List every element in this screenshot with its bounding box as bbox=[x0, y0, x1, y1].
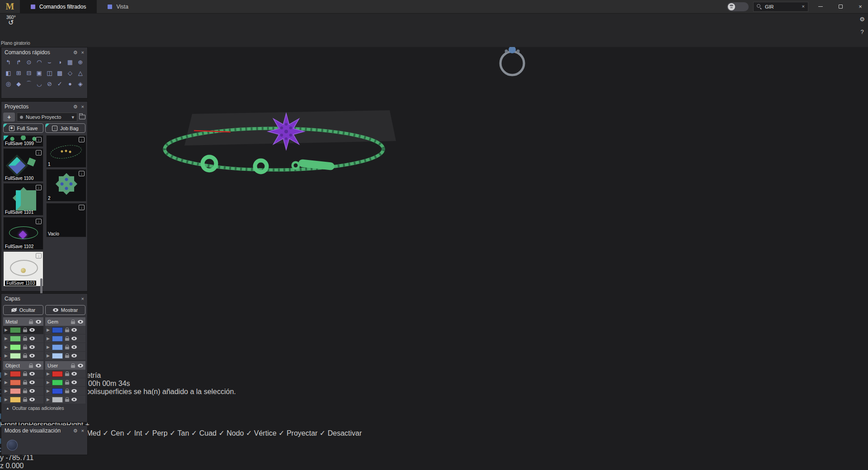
layer-color-swatch[interactable] bbox=[10, 380, 21, 385]
tool-icon[interactable]: ▣ bbox=[34, 69, 44, 77]
eye-icon[interactable] bbox=[78, 320, 83, 324]
layer-group-header[interactable]: Gem bbox=[45, 317, 85, 326]
lock-icon[interactable] bbox=[71, 321, 75, 324]
tool-icon[interactable]: ◠ bbox=[34, 58, 44, 66]
close-icon[interactable]: × bbox=[81, 296, 84, 301]
add-project-button[interactable]: + bbox=[3, 113, 15, 122]
tool-icon[interactable]: ● bbox=[65, 80, 75, 88]
tool-icon[interactable]: ▩ bbox=[55, 69, 65, 77]
project-thumbnail[interactable]: ↓ Vacío bbox=[46, 203, 86, 237]
lock-icon[interactable] bbox=[65, 355, 69, 358]
expand-icon[interactable]: ▶ bbox=[47, 397, 50, 402]
checkbox[interactable]: ✓ bbox=[170, 429, 175, 437]
layer-row[interactable]: ▶ bbox=[45, 395, 85, 404]
turntable-button[interactable]: 360° ↺ bbox=[6, 15, 16, 25]
tool-icon[interactable]: ⊘ bbox=[44, 80, 55, 88]
lock-icon[interactable] bbox=[65, 373, 69, 376]
gear-icon[interactable]: ⚙ bbox=[73, 104, 78, 109]
save-icon[interactable]: ↓ bbox=[36, 150, 42, 155]
osnap-toggle[interactable]: ✓ Tan bbox=[170, 429, 191, 437]
save-icon[interactable]: ↓ bbox=[79, 205, 85, 210]
save-icon[interactable]: ↓ bbox=[36, 253, 42, 258]
close-icon[interactable]: × bbox=[81, 428, 84, 433]
project-thumbnail[interactable]: ↓ FullSave 1101 bbox=[3, 183, 43, 216]
project-thumbnail[interactable]: ↓ FullSave 1100 bbox=[3, 148, 43, 182]
expand-icon[interactable]: ▶ bbox=[5, 336, 8, 341]
lock-icon[interactable] bbox=[71, 365, 75, 368]
layer-row[interactable]: ▶ bbox=[3, 370, 43, 378]
lock-icon[interactable] bbox=[29, 365, 33, 368]
layer-row[interactable]: ▶ bbox=[45, 334, 85, 343]
tool-icon[interactable]: ⊞ bbox=[14, 69, 24, 77]
lock-icon[interactable] bbox=[23, 373, 27, 376]
checkbox[interactable]: ✓ bbox=[126, 429, 132, 437]
close-icon[interactable]: × bbox=[81, 104, 84, 109]
eye-icon[interactable] bbox=[29, 372, 35, 376]
tool-icon[interactable]: ◧ bbox=[3, 69, 14, 77]
status-field[interactable]: y -785.711 bbox=[0, 454, 868, 462]
tool-icon[interactable]: ⊟ bbox=[24, 69, 34, 77]
project-select[interactable]: Nuevo Proyecto ▾ bbox=[17, 113, 77, 122]
osnap-toggle[interactable]: ✓ Perp bbox=[144, 429, 170, 437]
job-bag-button[interactable]: ↓ Job Bag bbox=[45, 123, 85, 133]
eye-icon[interactable] bbox=[78, 364, 83, 367]
close-icon[interactable]: × bbox=[81, 50, 84, 55]
checkbox[interactable]: ✓ bbox=[103, 429, 108, 437]
expand-icon[interactable]: ▶ bbox=[5, 389, 8, 393]
layer-color-swatch[interactable] bbox=[52, 353, 63, 359]
lock-icon[interactable] bbox=[65, 390, 69, 393]
layer-color-swatch[interactable] bbox=[10, 397, 21, 403]
lock-icon[interactable] bbox=[65, 382, 69, 385]
lock-icon[interactable] bbox=[65, 347, 69, 349]
gear-icon[interactable]: ⚙ bbox=[73, 428, 78, 433]
checkbox[interactable]: ✓ bbox=[144, 429, 150, 437]
eye-icon[interactable] bbox=[71, 354, 77, 357]
layer-row[interactable]: ▶ bbox=[3, 387, 43, 395]
layer-color-swatch[interactable] bbox=[10, 353, 21, 359]
tool-icon[interactable]: ⊙ bbox=[24, 58, 34, 66]
hide-extra-layers-button[interactable]: ▲ Ocultar capas adicionales bbox=[1, 404, 87, 413]
osnap-toggle[interactable]: ✓ Cen bbox=[103, 429, 126, 437]
expand-icon[interactable]: ▶ bbox=[47, 328, 50, 332]
expand-icon[interactable]: ▶ bbox=[5, 380, 8, 385]
tool-icon[interactable]: ◎ bbox=[3, 80, 14, 88]
eye-icon[interactable] bbox=[71, 337, 77, 340]
eye-icon[interactable] bbox=[36, 320, 41, 324]
viewport-title[interactable]: Perspective ▾ bbox=[0, 412, 868, 421]
layer-color-swatch[interactable] bbox=[52, 388, 63, 394]
tool-icon[interactable]: ▦ bbox=[65, 58, 75, 66]
expand-icon[interactable]: ▶ bbox=[5, 345, 8, 349]
status-field[interactable]: z 0.000 bbox=[0, 462, 868, 470]
lock-icon[interactable] bbox=[65, 329, 69, 332]
save-icon[interactable]: ↓ bbox=[79, 137, 85, 142]
osnap-toggle[interactable]: ✓ Cuad bbox=[191, 429, 219, 437]
checkbox[interactable]: ✓ bbox=[191, 429, 197, 437]
gear-icon[interactable]: ⚙ bbox=[73, 50, 78, 55]
project-thumbnail[interactable]: ↓ 1 bbox=[46, 135, 86, 168]
layer-color-swatch[interactable] bbox=[52, 397, 63, 403]
ring-widget[interactable] bbox=[500, 46, 524, 75]
display-mode-button[interactable] bbox=[42, 437, 58, 453]
layer-color-swatch[interactable] bbox=[52, 380, 63, 385]
layer-group-header[interactable]: User bbox=[45, 361, 85, 370]
save-icon[interactable]: ↓ bbox=[36, 219, 42, 224]
lock-icon[interactable] bbox=[65, 338, 69, 341]
osnap-toggle[interactable]: ✓ Nodo bbox=[218, 429, 246, 437]
lock-icon[interactable] bbox=[23, 329, 27, 332]
eye-icon[interactable] bbox=[29, 345, 35, 349]
tool-icon[interactable]: ✓ bbox=[55, 80, 65, 88]
eye-icon[interactable] bbox=[29, 398, 35, 401]
expand-icon[interactable]: ▶ bbox=[47, 371, 50, 376]
show-layers-button[interactable]: Mostrar bbox=[45, 305, 85, 315]
project-thumbnail[interactable]: ↓ FullSave 1102 bbox=[3, 217, 43, 250]
layer-color-swatch[interactable] bbox=[10, 327, 21, 333]
global-search[interactable]: GIR × bbox=[753, 2, 808, 12]
history-scrollbar[interactable]: ▲ ▼ bbox=[0, 404, 868, 412]
layer-row[interactable]: ▶ bbox=[45, 343, 85, 352]
titlebar-tab[interactable]: Vista bbox=[97, 0, 139, 14]
tool-icon[interactable]: ↱ bbox=[14, 58, 24, 66]
status-field[interactable]: PlanoC bbox=[0, 437, 868, 446]
tool-icon[interactable]: ◆ bbox=[14, 80, 24, 88]
expand-icon[interactable]: ▶ bbox=[47, 353, 50, 358]
account-toggle[interactable] bbox=[727, 2, 749, 11]
